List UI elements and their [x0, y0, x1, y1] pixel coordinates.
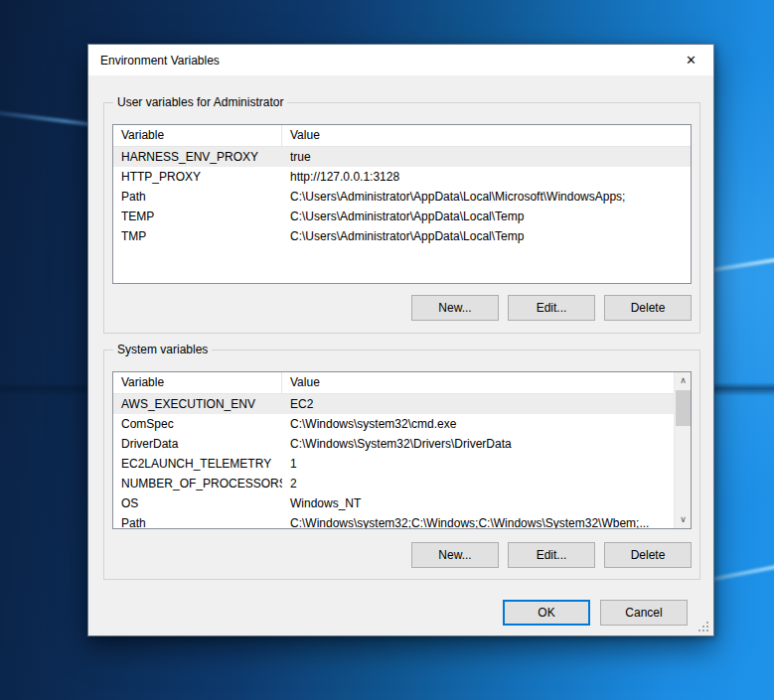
scrollbar-thumb[interactable] — [676, 390, 691, 426]
resize-grip-icon[interactable] — [697, 621, 709, 632]
dialog-title: Environment Variables — [88, 54, 220, 68]
system-delete-button[interactable]: Delete — [604, 542, 692, 568]
cell-variable: Path — [113, 513, 282, 529]
cell-value: C:\Users\Administrator\AppData\Local\Mic… — [282, 187, 691, 207]
table-row[interactable]: EC2LAUNCH_TELEMETRY 1 — [113, 454, 674, 474]
table-row[interactable]: ComSpec C:\Windows\system32\cmd.exe — [113, 414, 674, 434]
desktop-wallpaper: Environment Variables ✕ User variables f… — [0, 0, 774, 700]
cell-variable: HTTP_PROXY — [113, 167, 282, 187]
system-variables-group: System variables Variable Value AWS_EXEC… — [103, 350, 700, 580]
user-variables-group-label: User variables for Administrator — [113, 95, 287, 109]
list-header: Variable Value — [113, 372, 674, 394]
cell-variable: Path — [113, 187, 282, 207]
table-row[interactable]: OS Windows_NT — [113, 493, 674, 513]
table-row[interactable]: NUMBER_OF_PROCESSORS 2 — [113, 474, 674, 493]
scrollbar-up-icon[interactable]: ∧ — [675, 372, 692, 389]
cell-value: C:\Users\Administrator\AppData\Local\Tem… — [282, 207, 691, 226]
table-row[interactable]: Path C:\Windows\system32;C:\Windows;C:\W… — [113, 513, 674, 529]
cell-variable: OS — [113, 493, 282, 513]
system-variables-list: Variable Value AWS_EXECUTION_ENV EC2 Com… — [112, 371, 692, 529]
cell-value: 2 — [282, 474, 674, 493]
column-header-value[interactable]: Value — [282, 372, 674, 393]
column-header-value[interactable]: Value — [282, 125, 691, 146]
table-row[interactable]: TMP C:\Users\Administrator\AppData\Local… — [113, 226, 691, 246]
cell-variable: ComSpec — [113, 414, 282, 434]
cell-value: C:\Windows\System32\Drivers\DriverData — [282, 434, 674, 454]
cell-value: C:\Windows\system32\cmd.exe — [282, 414, 674, 434]
table-row[interactable]: AWS_EXECUTION_ENV EC2 — [113, 394, 674, 414]
cell-value: Windows_NT — [282, 493, 674, 513]
cancel-button[interactable]: Cancel — [600, 600, 688, 626]
vertical-scrollbar[interactable]: ∧ ∨ — [674, 372, 691, 528]
system-edit-button[interactable]: Edit... — [508, 542, 595, 568]
cell-value: 1 — [282, 454, 674, 474]
close-icon: ✕ — [686, 53, 697, 68]
titlebar[interactable]: Environment Variables ✕ — [88, 45, 713, 75]
cell-value: true — [282, 147, 691, 167]
cell-value: C:\Windows\system32;C:\Windows;C:\Window… — [282, 513, 674, 529]
cell-variable: EC2LAUNCH_TELEMETRY — [113, 454, 282, 474]
cell-variable: TMP — [113, 226, 282, 246]
table-row[interactable]: HARNESS_ENV_PROXY true — [113, 147, 691, 167]
user-variables-group: User variables for Administrator Variabl… — [103, 102, 700, 334]
environment-variables-dialog: Environment Variables ✕ User variables f… — [87, 44, 714, 636]
cell-variable: NUMBER_OF_PROCESSORS — [113, 474, 282, 493]
cell-value: C:\Users\Administrator\AppData\Local\Tem… — [282, 226, 691, 246]
table-row[interactable]: DriverData C:\Windows\System32\Drivers\D… — [113, 434, 674, 454]
cell-variable: HARNESS_ENV_PROXY — [113, 147, 282, 167]
user-variables-list: Variable Value HARNESS_ENV_PROXY true HT… — [112, 124, 692, 284]
table-row[interactable]: TEMP C:\Users\Administrator\AppData\Loca… — [113, 207, 691, 226]
cell-value: http://127.0.0.1:3128 — [282, 167, 691, 187]
user-new-button[interactable]: New... — [411, 295, 499, 321]
close-button[interactable]: ✕ — [669, 45, 713, 75]
system-new-button[interactable]: New... — [411, 542, 499, 568]
ok-button[interactable]: OK — [503, 600, 590, 626]
system-variables-group-label: System variables — [113, 343, 212, 356]
cell-variable: AWS_EXECUTION_ENV — [113, 394, 282, 414]
list-header: Variable Value — [113, 125, 691, 147]
scrollbar-down-icon[interactable]: ∨ — [675, 511, 692, 528]
table-row[interactable]: Path C:\Users\Administrator\AppData\Loca… — [113, 187, 691, 207]
column-header-variable[interactable]: Variable — [113, 372, 282, 393]
column-header-variable[interactable]: Variable — [113, 125, 282, 146]
cell-value: EC2 — [282, 394, 674, 414]
cell-variable: DriverData — [113, 434, 282, 454]
table-row[interactable]: HTTP_PROXY http://127.0.0.1:3128 — [113, 167, 691, 187]
user-delete-button[interactable]: Delete — [604, 295, 692, 321]
user-edit-button[interactable]: Edit... — [508, 295, 595, 321]
cell-variable: TEMP — [113, 207, 282, 226]
